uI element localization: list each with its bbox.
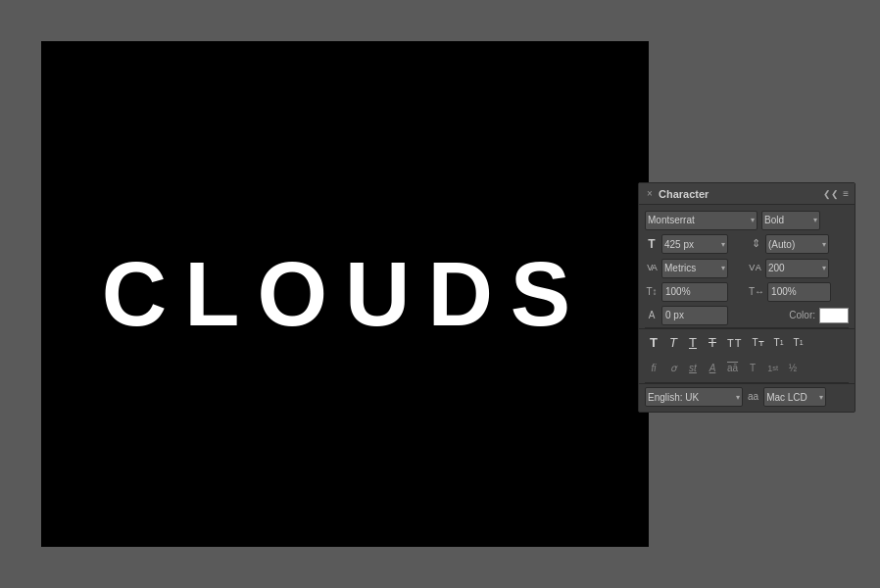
font-style-wrapper: Bold Regular Italic Bold Italic [761,210,820,230]
scale-row: T↕ T↔ [639,280,855,304]
color-group: Color: [749,308,849,323]
panel-collapse-button[interactable]: ❮❮ [823,189,839,199]
kerning-tracking-row: VA Metrics Optical 0 VA 200 0 50 100 [639,256,855,280]
tracking-select[interactable]: 200 0 50 100 [765,259,829,278]
strikethrough-button[interactable]: T [704,333,721,353]
color-label: Color: [789,310,815,320]
all-caps-button[interactable]: TT [723,333,746,353]
tracking-wrapper: 200 0 50 100 [765,258,829,278]
leading-icon: ⇕ [749,237,762,250]
tracking-icon: VA [749,263,762,272]
font-row: Montserrat Arial Helvetica Bold Regular … [639,205,855,232]
kerning-icon: VA [645,263,659,272]
kerning-wrapper: Metrics Optical 0 [661,258,728,278]
canvas: CLOUDS [41,41,649,547]
leading-group: ⇕ (Auto) 100 px 200 px [749,234,849,255]
small-caps-button[interactable]: Tᴛ [748,333,767,353]
faux-bold-button[interactable]: T [645,333,662,353]
font-size-wrapper: 425 px 72 px 14 px [661,234,728,255]
panel-close-button[interactable]: × [645,189,655,199]
font-size-icon: T [645,237,659,251]
swash-button[interactable]: A [704,359,721,378]
discretionary-button[interactable]: st [684,359,702,378]
leading-wrapper: (Auto) 100 px 200 px [765,234,829,255]
panel-header: × Character ❮❮ ≡ [639,183,855,205]
horizontal-scale-icon: T↔ [749,286,764,297]
oldstyle-button[interactable]: aā [723,359,742,378]
language-select[interactable]: English: UK English: USA French German [645,387,743,407]
fractions-button[interactable]: ½ [784,359,802,378]
font-size-select[interactable]: 425 px 72 px 14 px [661,234,728,254]
font-family-select[interactable]: Montserrat Arial Helvetica [645,211,758,230]
antialias-select[interactable]: Mac LCD None Sharp Crisp Strong Smooth M… [763,387,826,407]
canvas-text: CLOUDS [102,243,588,346]
contextual-button[interactable]: ơ [664,359,682,378]
antialias-wrapper: Mac LCD None Sharp Crisp Strong Smooth M… [763,387,826,408]
ordinals-button[interactable]: 1st [763,359,782,378]
baseline-color-row: A Color: [639,304,855,327]
font-size-group: T 425 px 72 px 14 px [645,234,745,255]
faux-italic-button[interactable]: T [664,333,682,353]
baseline-shift-input[interactable] [661,306,728,325]
style-buttons-row: T T T T TT Tᴛ T1 T1 [639,328,855,357]
vertical-scale-group: T↕ [645,282,745,302]
baseline-icon: A [645,310,659,320]
antialias-label: aa [748,391,758,402]
titling-button[interactable]: T [744,359,761,378]
font-family-wrapper: Montserrat Arial Helvetica [645,210,758,230]
vertical-scale-icon: T↕ [645,286,659,297]
color-swatch[interactable] [819,308,849,323]
opentype-row: fi ơ st A aā T 1st ½ [639,357,855,382]
ligatures-button[interactable]: fi [645,359,662,378]
underline-button[interactable]: T [684,333,702,353]
vertical-scale-input[interactable] [661,282,728,302]
panel-title: Character [655,188,823,200]
horizontal-scale-input[interactable] [767,282,831,302]
kerning-select[interactable]: Metrics Optical 0 [661,259,728,278]
size-leading-row: T 425 px 72 px 14 px ⇕ (Auto) 100 px 200… [639,232,855,257]
panel-menu-button[interactable]: ≡ [843,188,849,199]
subscript-button[interactable]: T1 [790,333,807,353]
language-row: English: UK English: USA French German a… [639,383,855,413]
superscript-button[interactable]: T1 [770,333,788,353]
horizontal-scale-group: T↔ [749,282,849,302]
tracking-group: VA 200 0 50 100 [749,258,849,278]
character-panel: × Character ❮❮ ≡ Montserrat Arial Helvet… [638,182,856,413]
baseline-group: A [645,306,745,325]
language-wrapper: English: UK English: USA French German [645,387,743,408]
leading-select[interactable]: (Auto) 100 px 200 px [765,234,829,254]
font-style-select[interactable]: Bold Regular Italic Bold Italic [761,211,820,230]
kerning-group: VA Metrics Optical 0 [645,258,745,278]
